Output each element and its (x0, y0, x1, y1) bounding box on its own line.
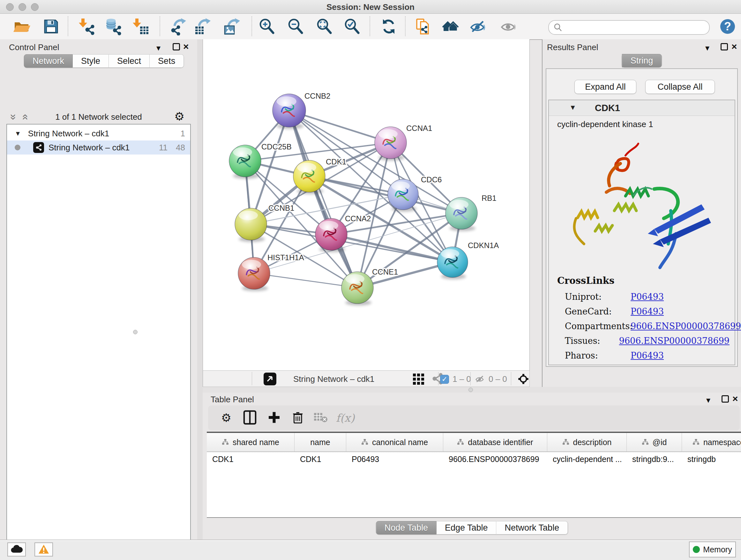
horizontal-splitter[interactable] (203, 387, 741, 393)
table-options-button[interactable]: ⚙ (221, 412, 231, 424)
import-network-file-button[interactable] (78, 17, 96, 36)
selected-checkbox-icon[interactable]: ✓ (440, 375, 449, 384)
column-type-icon (642, 439, 649, 446)
save-floppy-icon (42, 17, 60, 36)
tab-select[interactable]: Select (109, 54, 150, 68)
crosslinks-section: CrossLinks Uniprot:P06493 GeneCard:P0649… (557, 275, 730, 363)
import-table-file-button[interactable] (132, 17, 150, 36)
open-session-button[interactable] (13, 17, 30, 36)
node-label-CCNB2: CCNB2 (305, 91, 330, 100)
tab-string[interactable]: String (622, 54, 662, 67)
protein-description: cyclin-dependent kinase 1 (557, 119, 653, 129)
table-row[interactable]: CDK1CDK1P064939606.ENSP00000378699cyclin… (207, 452, 741, 466)
column-header-name[interactable]: name (294, 433, 346, 451)
crosslink-link[interactable]: 9606.ENSP00000378699 (630, 321, 741, 331)
refresh-button[interactable] (380, 17, 398, 36)
crosslink-link[interactable]: P06493 (630, 307, 664, 316)
collapse-all-button[interactable]: Collapse All (645, 80, 715, 94)
panel-close-icon[interactable]: × (183, 43, 189, 51)
function-builder-button-disabled[interactable]: f(x) (336, 412, 354, 424)
tab-network[interactable]: Network (24, 54, 73, 68)
panel-collapse-icon[interactable]: ▾ (705, 44, 710, 52)
network-options-gear-icon[interactable]: ⚙ (174, 111, 185, 122)
panel-collapse-icon[interactable]: ▾ (156, 44, 160, 52)
crosslink-label: Pharos: (557, 351, 630, 361)
birdseye-view-button[interactable] (264, 373, 276, 385)
section-collapse-icon[interactable]: ▼ (569, 104, 576, 112)
column-header-shared-name[interactable]: shared name (207, 433, 294, 451)
panel-float-icon[interactable] (173, 43, 180, 51)
delete-table-button-disabled[interactable] (313, 412, 328, 424)
export-table-button[interactable] (194, 17, 212, 36)
crosshair-icon[interactable] (517, 372, 530, 386)
gear-icon: ⚙ (221, 411, 231, 424)
column-header-description[interactable]: description (547, 433, 627, 451)
expand-all-button[interactable]: Expand All (575, 80, 636, 94)
splitter-handle[interactable] (133, 330, 138, 334)
network-row-selected[interactable]: String Network – cdk1 11 48 (7, 140, 190, 154)
help-button[interactable]: ? (719, 17, 737, 36)
panel-close-icon[interactable]: × (732, 395, 738, 403)
create-column-button[interactable] (267, 411, 281, 425)
title-bar: Session: New Session (0, 0, 741, 14)
search-icon (553, 23, 562, 32)
panel-close-icon[interactable]: × (731, 43, 737, 51)
grid-view-button[interactable] (412, 372, 426, 386)
cloud-status-button[interactable] (7, 543, 26, 557)
toolbar-separator (252, 16, 252, 36)
panel-float-icon[interactable] (722, 395, 729, 402)
tab-edge-table[interactable]: Edge Table (436, 521, 496, 535)
open-folder-icon (13, 17, 30, 36)
import-network-database-button[interactable] (105, 17, 123, 36)
results-panel-title: Results Panel (547, 43, 598, 52)
toolbar-separator (438, 372, 439, 385)
show-all-button[interactable] (500, 17, 518, 36)
zoom-selected-button[interactable] (343, 17, 361, 36)
delete-columns-button[interactable] (291, 410, 305, 426)
ne-arrow-icon (266, 374, 274, 383)
toolbar-separator (68, 16, 68, 36)
tab-node-table[interactable]: Node Table (376, 521, 436, 535)
network-collection-row[interactable]: ▼ String Network – cdk1 1 (7, 126, 190, 140)
memory-button[interactable]: Memory (689, 542, 736, 557)
hide-selected-button[interactable] (469, 17, 487, 36)
warnings-button[interactable] (35, 543, 53, 557)
column-header-namespace[interactable]: namespace (682, 433, 741, 451)
crosslink-link[interactable]: P06493 (630, 351, 664, 361)
panel-collapse-icon[interactable]: ▾ (706, 396, 711, 404)
vertical-splitter[interactable] (197, 39, 203, 540)
crosslink-link[interactable]: 9606.ENSP00000378699 (619, 336, 730, 346)
panel-float-icon[interactable] (721, 43, 728, 51)
zoom-out-button[interactable] (286, 17, 305, 36)
delete-table-icon (313, 412, 328, 423)
network-canvas[interactable]: CCNB2CCNA1CDC25BCDK1CDC6RB1CCNB1CCNA2CDK… (203, 39, 530, 370)
tab-network-table[interactable]: Network Table (496, 521, 568, 535)
export-network-button[interactable] (170, 17, 187, 36)
table-cell: 9606.ENSP00000378699 (443, 455, 547, 464)
clone-network-button[interactable] (414, 17, 432, 36)
zoom-in-button[interactable] (258, 17, 276, 36)
protein-section-header[interactable]: ▼ CDK1 (549, 100, 735, 116)
splitter-handle[interactable] (468, 388, 473, 392)
node-label-HIST1H1A: HIST1H1A (267, 253, 304, 262)
crosslink-label: Compartments: (557, 321, 630, 331)
first-neighbors-button[interactable] (441, 17, 459, 36)
search-input[interactable] (565, 21, 704, 33)
crosslink-link[interactable]: P06493 (630, 292, 664, 302)
table-cell: CDK1 (294, 455, 346, 464)
column-header-@id[interactable]: @id (627, 433, 682, 451)
column-type-icon (692, 439, 699, 446)
table-cell: stringdb (682, 455, 741, 464)
zoom-fit-button[interactable] (315, 17, 333, 36)
tree-expand-icon[interactable]: ▼ (15, 130, 21, 137)
show-columns-button[interactable] (243, 410, 257, 426)
network-share-icon (33, 142, 44, 153)
column-header-canonical-name[interactable]: canonical name (346, 433, 443, 451)
tab-sets[interactable]: Sets (150, 54, 184, 68)
save-session-button[interactable] (42, 17, 60, 36)
eye-icon (500, 17, 518, 36)
export-image-button[interactable] (223, 17, 241, 36)
tab-style[interactable]: Style (73, 54, 109, 68)
crosslink-row: GeneCard:P06493 (557, 304, 730, 319)
column-header-database-identifier[interactable]: database identifier (443, 433, 547, 451)
